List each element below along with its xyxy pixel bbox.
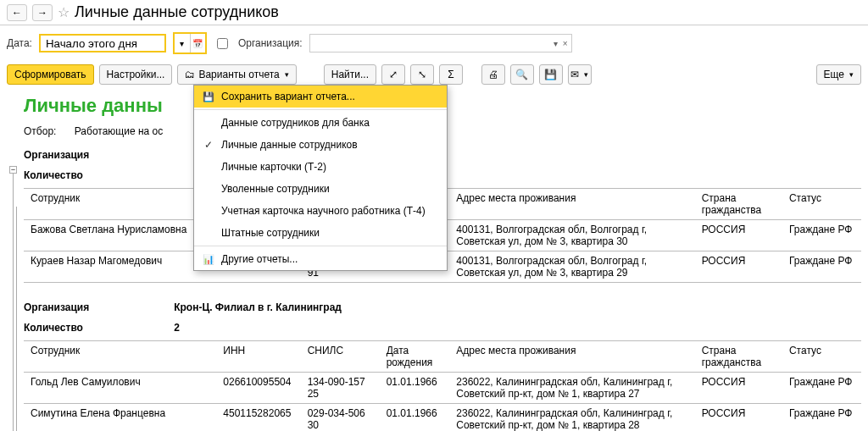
cell-ctz: РОССИЯ	[695, 251, 782, 283]
dd-science-label: Учетная карточка научного работника (Т-4…	[221, 205, 426, 217]
dd-staff-label: Штатные сотрудники	[221, 227, 320, 239]
chevron-down-icon: ▾	[849, 70, 854, 79]
dd-save-variant[interactable]: 💾 Сохранить вариант отчета...	[194, 86, 447, 108]
col-status: Статус	[782, 341, 861, 373]
col-inn: ИНН	[216, 341, 300, 373]
sum-button[interactable]: Σ	[439, 64, 463, 85]
expand-button[interactable]: ⤢	[381, 64, 405, 85]
form-button[interactable]: Сформировать	[7, 64, 94, 85]
date-calendar-icon[interactable]: 📅	[190, 34, 205, 52]
dd-bank-label: Данные сотрудников для банка	[221, 117, 370, 129]
org-dropdown-icon[interactable]: ▾	[554, 39, 558, 48]
page-title: Личные данные сотрудников	[75, 3, 279, 21]
find-button[interactable]: Найти...	[324, 64, 376, 85]
org-checkbox[interactable]	[217, 38, 228, 49]
cell-addr: 400131, Волгоградская обл, Волгоград г, …	[449, 251, 694, 283]
dd-cards[interactable]: Личные карточки (Т-2)	[194, 156, 447, 178]
dd-personal-label: Личные данные сотрудников	[221, 139, 358, 151]
filter-value: Работающие на ос	[75, 125, 164, 137]
cell-emp: Гольд Лев Самуилович	[24, 373, 216, 404]
org-select[interactable]: ▾ ×	[309, 34, 572, 52]
cell-ctz: РОССИЯ	[695, 373, 782, 404]
org-clear-icon[interactable]: ×	[563, 39, 568, 48]
group2-org-label: Организация	[24, 301, 89, 313]
forward-button[interactable]: →	[32, 4, 53, 21]
preview-button[interactable]: 🔍	[510, 64, 534, 85]
collapse-button[interactable]: ⤡	[410, 64, 434, 85]
dd-fired[interactable]: Уволенные сотрудники	[194, 178, 447, 200]
tree-collapse-icon[interactable]: −	[9, 166, 17, 174]
group2-org-value: Крон-Ц. Филиал в г. Калининград	[174, 301, 342, 313]
date-input[interactable]	[39, 34, 166, 52]
save-variant-icon: 💾	[203, 91, 214, 102]
chevron-down-icon: ▾	[584, 70, 588, 79]
cell-snils: 029-034-506 30	[301, 404, 380, 432]
cell-status: Граждане РФ	[782, 220, 861, 251]
cell-status: Граждане РФ	[782, 404, 861, 432]
expand-icon: ⤢	[389, 69, 398, 80]
dd-other-reports[interactable]: 📊 Другие отчеты...	[194, 248, 447, 270]
more-label: Еще	[824, 69, 844, 80]
mail-icon: ✉	[570, 69, 579, 80]
cell-status: Граждане РФ	[782, 251, 861, 283]
favorite-icon[interactable]: ☆	[58, 4, 70, 20]
col-citizenship: Страна гражданства	[695, 341, 782, 373]
cell-ctz: РОССИЯ	[695, 404, 782, 432]
chevron-down-icon: ▾	[285, 70, 289, 79]
sigma-icon: Σ	[448, 69, 453, 80]
col-citizenship: Страна гражданства	[695, 189, 782, 220]
cell-inn: 450115282065	[216, 404, 300, 432]
dd-bank-data[interactable]: Данные сотрудников для банка	[194, 112, 447, 134]
dd-save-label: Сохранить вариант отчета...	[221, 91, 355, 102]
back-button[interactable]: ←	[7, 4, 27, 21]
cell-addr: 236022, Калининградская обл, Калининград…	[449, 404, 694, 432]
cell-inn: 026610095504	[216, 373, 300, 404]
dd-personal-data[interactable]: ✓ Личные данные сотрудников	[194, 134, 447, 156]
date-dropdown-icon[interactable]: ▾	[175, 34, 190, 52]
cell-addr: 400131, Волгоградская обл, Волгоград г, …	[449, 220, 694, 251]
data-table-2: Сотрудник ИНН СНИЛС Дата рождения Адрес …	[24, 340, 861, 431]
print-icon: 🖨	[488, 69, 498, 80]
variants-icon: 🗂	[185, 69, 195, 80]
cell-ctz: РОССИЯ	[695, 220, 782, 251]
date-label: Дата:	[7, 37, 32, 49]
cell-emp: Симутина Елена Францевна	[24, 404, 216, 432]
cell-addr: 236022, Калининградская обл, Калининград…	[449, 373, 694, 404]
mail-button[interactable]: ✉▾	[568, 64, 592, 85]
dd-science[interactable]: Учетная карточка научного работника (Т-4…	[194, 200, 447, 222]
filter-label: Отбор:	[24, 125, 56, 137]
variants-label: Варианты отчета	[198, 69, 279, 80]
col-address: Адрес места проживания	[449, 341, 694, 373]
col-employee: Сотрудник	[24, 189, 216, 220]
dd-staff[interactable]: Штатные сотрудники	[194, 222, 447, 244]
cell-emp: Бажова Светлана Нурисламовна	[24, 220, 216, 251]
col-employee: Сотрудник	[24, 341, 216, 373]
settings-button[interactable]: Настройки...	[99, 64, 173, 85]
group2-count-label: Количество	[24, 322, 89, 334]
cell-status: Граждане РФ	[782, 373, 861, 404]
save-icon: 💾	[544, 69, 557, 80]
preview-icon: 🔍	[515, 69, 528, 80]
col-status: Статус	[782, 189, 861, 220]
group2-count-value: 2	[174, 322, 342, 334]
table-row[interactable]: Гольд Лев Самуилович 026610095504 134-09…	[24, 373, 861, 404]
dd-cards-label: Личные карточки (Т-2)	[221, 161, 326, 173]
col-dob: Дата рождения	[380, 341, 450, 373]
print-button[interactable]: 🖨	[481, 64, 505, 85]
dd-other-label: Другие отчеты...	[221, 253, 298, 265]
chart-icon: 📊	[203, 254, 214, 265]
col-snils: СНИЛС	[301, 341, 380, 373]
variants-button[interactable]: 🗂 Варианты отчета ▾	[177, 64, 296, 85]
save-button[interactable]: 💾	[539, 64, 563, 85]
more-button[interactable]: Еще▾	[816, 64, 861, 85]
col-address: Адрес места проживания	[449, 189, 694, 220]
cell-dob: 01.01.1966	[380, 404, 450, 432]
variants-dropdown: 💾 Сохранить вариант отчета... Данные сот…	[193, 85, 448, 271]
check-icon: ✓	[203, 139, 214, 151]
cell-dob: 01.01.1966	[380, 373, 450, 404]
dd-fired-label: Уволенные сотрудники	[221, 183, 330, 195]
table-row[interactable]: Симутина Елена Францевна 450115282065 02…	[24, 404, 861, 432]
cell-emp: Кураев Назар Магомедович	[24, 251, 216, 283]
collapse-icon: ⤡	[418, 69, 426, 80]
org-label: Организация:	[238, 37, 303, 49]
